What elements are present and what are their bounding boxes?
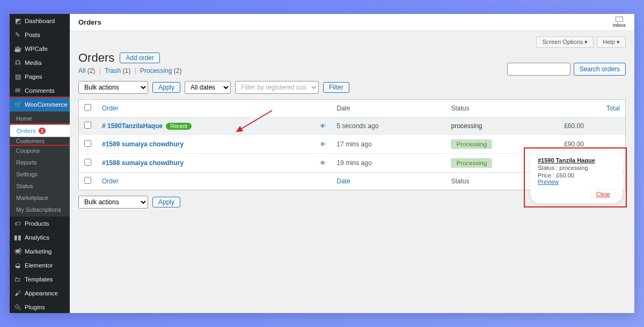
- sidebar-item-plugins[interactable]: 🔌Plugins: [10, 300, 70, 313]
- sidebar-subitem-settings[interactable]: Settings: [10, 168, 70, 180]
- sidebar-subitem-mysubs[interactable]: My Subscriptions: [10, 204, 70, 215]
- sidebar-item-appearance[interactable]: 🖌Appearance: [10, 286, 70, 300]
- toast-preview-link[interactable]: Preview: [538, 179, 559, 185]
- status-badge: Processing: [451, 139, 492, 149]
- sidebar-label: Dashboard: [25, 18, 55, 24]
- filter-processing[interactable]: Processing: [140, 67, 172, 75]
- sidebar-label: WPCafe: [25, 46, 48, 52]
- sidebar-subitem-home[interactable]: Home: [10, 113, 70, 124]
- main-content: Orders Inbox Screen Options ▾ Help ▾ Ord…: [70, 14, 634, 313]
- screen-options-button[interactable]: Screen Options ▾: [536, 36, 594, 48]
- highlight-box-woocommerce: 🛒WooCommerce: [10, 96, 70, 113]
- header-total[interactable]: Total: [559, 100, 625, 117]
- apply-bulk-button[interactable]: Apply: [152, 82, 180, 93]
- sidebar-sublabel: Customers: [16, 138, 45, 144]
- date-filter-select[interactable]: All dates: [185, 81, 231, 94]
- recent-badge: Recent: [166, 123, 192, 130]
- sidebar-label: Appearance: [25, 290, 58, 296]
- sidebar-label: WooCommerce: [25, 101, 68, 108]
- preview-icon[interactable]: 👁: [320, 123, 326, 129]
- sidebar-sublabel: Status: [16, 183, 33, 189]
- content-area: Screen Options ▾ Help ▾ Orders Add order…: [70, 31, 634, 219]
- filter-trash-count: (1): [123, 67, 131, 75]
- sidebar-sublabel: Reports: [16, 159, 37, 166]
- pages-icon: ▤: [14, 73, 21, 80]
- toast-title: #1590 Tanzila Haque: [538, 157, 615, 164]
- woocommerce-submenu: Home Orders2 Customers Coupons Reports S…: [10, 112, 70, 217]
- sidebar-item-comments[interactable]: ✉Comments: [10, 84, 70, 98]
- preview-icon[interactable]: 👁: [320, 160, 326, 166]
- toast-price: Price : £60.00: [538, 172, 615, 179]
- header-order[interactable]: Order: [97, 100, 314, 117]
- templates-icon: 🗀: [14, 276, 21, 283]
- row-checkbox[interactable]: [84, 159, 91, 166]
- status-text: processing: [451, 122, 482, 130]
- toast-clear-button[interactable]: Clear: [591, 189, 615, 199]
- sidebar-item-posts[interactable]: ✎Posts: [10, 28, 70, 42]
- sidebar-item-dashboard[interactable]: ◩Dashboard: [10, 14, 70, 28]
- footer-date[interactable]: Date: [331, 173, 445, 190]
- topbar-title: Orders: [78, 18, 101, 26]
- bulk-actions-select[interactable]: Bulk actions: [78, 81, 148, 94]
- sidebar-sublabel: Coupons: [16, 147, 40, 154]
- sidebar-subitem-marketplace[interactable]: Marketplace: [10, 192, 70, 204]
- order-date: 19 mins ago: [331, 154, 445, 173]
- sidebar-label: Plugins: [25, 304, 45, 310]
- order-total: £60.00: [559, 117, 625, 135]
- order-link[interactable]: # 1590TanzilaHaque: [102, 122, 163, 130]
- page-heading: Orders: [78, 51, 114, 65]
- sidebar-subitem-status[interactable]: Status: [10, 180, 70, 192]
- customer-filter-select[interactable]: Filter by registered customer: [235, 81, 319, 94]
- products-icon: 🏷: [14, 220, 21, 227]
- row-checkbox[interactable]: [84, 122, 91, 129]
- sidebar-item-products[interactable]: 🏷Products: [10, 217, 70, 231]
- search-input[interactable]: [507, 63, 570, 76]
- select-all-checkbox-footer[interactable]: [84, 177, 91, 184]
- sidebar-item-marketing[interactable]: 📢Marketing: [10, 244, 70, 258]
- highlight-box-orders: Orders2 Customers: [10, 123, 70, 146]
- filter-trash[interactable]: Trash: [105, 67, 121, 75]
- order-link[interactable]: #1588 sumaiya chowdhury: [102, 159, 184, 167]
- order-notification-toast: #1590 Tanzila Haque Status : processing …: [530, 151, 623, 203]
- sidebar-subitem-coupons[interactable]: Coupons: [10, 145, 70, 157]
- help-button[interactable]: Help ▾: [597, 36, 626, 48]
- search-orders-button[interactable]: Search orders: [574, 63, 626, 76]
- sidebar-sublabel: Orders: [17, 128, 36, 134]
- sidebar-item-templates[interactable]: 🗀Templates: [10, 272, 70, 286]
- toast-status: Status : processing: [538, 165, 615, 171]
- appearance-icon: 🖌: [14, 289, 21, 297]
- sidebar-sublabel: Home: [16, 115, 32, 122]
- marketing-icon: 📢: [14, 248, 21, 255]
- sidebar-item-analytics[interactable]: ▮▮Analytics: [10, 231, 70, 244]
- sidebar-item-wpcafe[interactable]: ☕WPCafe: [10, 42, 70, 56]
- row-checkbox[interactable]: [84, 140, 91, 147]
- sidebar-sublabel: My Subscriptions: [16, 206, 61, 213]
- sidebar-subitem-orders[interactable]: Orders2: [10, 124, 70, 137]
- sidebar-item-pages[interactable]: ▤Pages: [10, 70, 70, 84]
- sidebar-item-media[interactable]: ☊Media: [10, 56, 70, 70]
- sidebar-label: Templates: [25, 276, 53, 283]
- filter-button[interactable]: Filter: [323, 82, 349, 93]
- table-row[interactable]: # 1590TanzilaHaqueRecent 👁 5 seconds ago…: [79, 117, 626, 135]
- sidebar-item-woocommerce[interactable]: 🛒WooCommerce: [10, 98, 70, 112]
- sidebar-subitem-reports[interactable]: Reports: [10, 157, 70, 168]
- filter-all-count: (2): [87, 67, 96, 75]
- footer-order[interactable]: Order: [97, 173, 314, 190]
- header-date[interactable]: Date: [331, 100, 445, 117]
- sidebar-subitem-customers[interactable]: Customers: [10, 137, 70, 145]
- sidebar-label: Pages: [25, 73, 42, 80]
- apply-bulk-button-bottom[interactable]: Apply: [152, 197, 180, 207]
- preview-icon[interactable]: 👁: [320, 141, 326, 147]
- sidebar-label: Elementor: [25, 262, 53, 269]
- select-all-checkbox[interactable]: [84, 104, 91, 111]
- inbox-button[interactable]: Inbox: [613, 17, 626, 28]
- add-order-button[interactable]: Add order: [120, 53, 160, 63]
- order-link[interactable]: #1589 sumaiya chowdhury: [102, 140, 184, 148]
- filter-all[interactable]: All: [78, 67, 85, 75]
- comments-icon: ✉: [14, 87, 21, 94]
- sidebar-sublabel: Settings: [16, 171, 38, 177]
- admin-sidebar: ◩Dashboard ✎Posts ☕WPCafe ☊Media ▤Pages …: [10, 14, 70, 313]
- sidebar-label: Posts: [25, 32, 40, 38]
- sidebar-item-elementor[interactable]: ◒Elementor: [10, 258, 70, 272]
- bulk-actions-select-bottom[interactable]: Bulk actions: [78, 196, 148, 209]
